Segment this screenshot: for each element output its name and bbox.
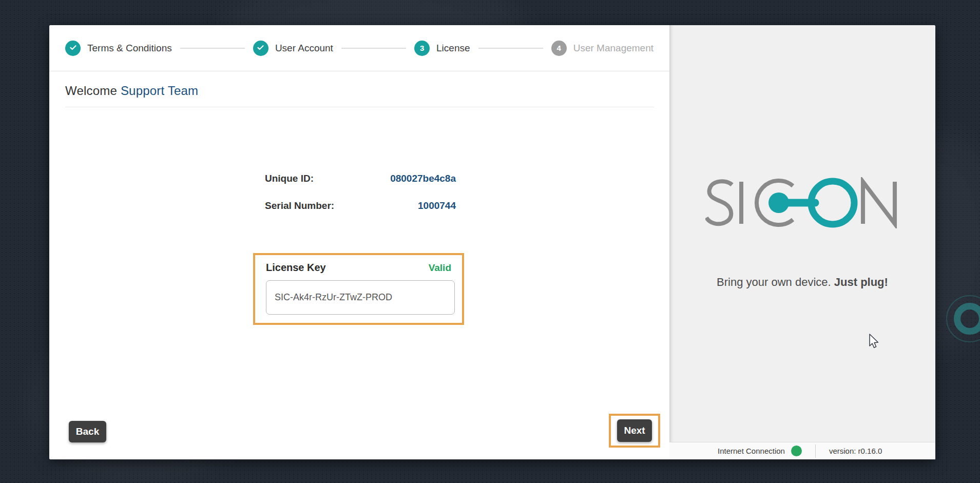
wizard-stepper: Terms & Conditions User Account 3 Licens… <box>49 25 669 71</box>
connection-status-dot <box>791 446 802 456</box>
step-done-circle <box>253 41 268 56</box>
check-icon <box>256 43 265 53</box>
tagline-regular: Bring your own device. <box>717 276 831 288</box>
step-number: 3 <box>420 44 424 52</box>
license-key-header: License Key Valid <box>266 262 451 274</box>
step-label: License <box>436 43 470 54</box>
device-info: Unique ID: 080027be4c8a Serial Number: 1… <box>265 173 456 211</box>
step-connector <box>341 48 406 49</box>
license-key-label: License Key <box>266 262 326 274</box>
step-label: User Account <box>275 43 333 54</box>
step-connector <box>180 48 245 49</box>
step-done-circle <box>65 41 81 56</box>
step-license[interactable]: 3 License <box>414 41 470 56</box>
license-key-section: License Key Valid <box>253 253 464 325</box>
user-name: Support Team <box>121 84 198 98</box>
back-button[interactable]: Back <box>69 421 106 442</box>
step-number-circle: 3 <box>414 41 430 56</box>
serial-number-value: 1000744 <box>418 200 456 211</box>
step-user-account[interactable]: User Account <box>253 41 333 56</box>
license-valid-badge: Valid <box>429 262 451 274</box>
brand-tagline: Bring your own device. Just plug! <box>669 276 935 289</box>
license-key-input[interactable] <box>266 280 455 315</box>
serial-number-row: Serial Number: 1000744 <box>265 200 456 211</box>
version-label: version: r0.16.0 <box>829 447 882 455</box>
next-button-highlight: Next <box>609 414 660 448</box>
next-button[interactable]: Next <box>617 419 652 442</box>
check-icon <box>69 43 78 53</box>
sicon-logo: SICON <box>705 177 899 228</box>
status-bar: Internet Connection version: r0.16.0 <box>669 442 935 459</box>
unique-id-row: Unique ID: 080027be4c8a <box>265 173 456 184</box>
step-number-circle: 4 <box>551 41 567 56</box>
internet-connection-label: Internet Connection <box>718 447 785 455</box>
welcome-text: Welcome <box>65 84 117 98</box>
footer-divider <box>815 445 816 458</box>
unique-id-label: Unique ID: <box>265 173 314 184</box>
serial-number-label: Serial Number: <box>265 200 334 211</box>
step-connector <box>478 48 543 49</box>
step-label: Terms & Conditions <box>87 43 172 54</box>
branding-panel: SICON Bring your own device. Just plu <box>669 25 935 459</box>
mouse-cursor-icon <box>869 334 880 349</box>
step-terms-conditions[interactable]: Terms & Conditions <box>65 41 172 56</box>
step-label: User Management <box>573 43 654 54</box>
page-title: Welcome Support Team <box>65 84 654 107</box>
wizard-content: Terms & Conditions User Account 3 Licens… <box>49 25 669 459</box>
setup-wizard-card: Terms & Conditions User Account 3 Licens… <box>49 25 935 459</box>
unique-id-value: 080027be4c8a <box>390 173 456 184</box>
step-user-management[interactable]: 4 User Management <box>551 41 654 56</box>
tagline-bold: Just plug! <box>834 276 888 288</box>
step-number: 4 <box>557 44 561 52</box>
